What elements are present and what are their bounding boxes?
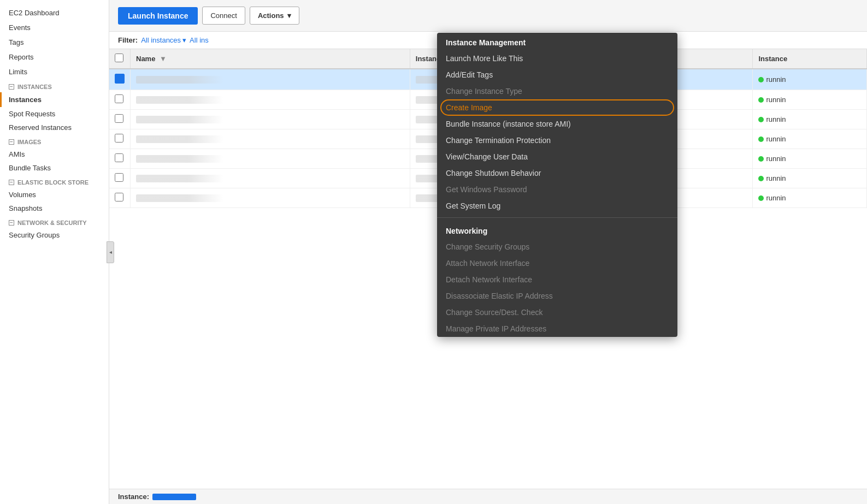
- instances-collapse-icon[interactable]: −: [9, 84, 14, 90]
- images-section-header: − IMAGES: [0, 134, 109, 147]
- sidebar: EC2 Dashboard Events Tags Reports Limits…: [0, 0, 109, 504]
- row-name-cell: [131, 149, 410, 169]
- dropdown-change-termination[interactable]: Change Termination Protection: [437, 132, 677, 149]
- main-content: Launch Instance Connect Actions ▾ Filter…: [109, 0, 867, 504]
- sidebar-item-reports[interactable]: Reports: [0, 50, 109, 64]
- status-indicator: [758, 97, 764, 103]
- status-indicator: [758, 156, 764, 162]
- row-status-cell: runnin: [753, 110, 867, 129]
- dropdown-change-shutdown[interactable]: Change Shutdown Behavior: [437, 165, 677, 181]
- row-select-checkbox[interactable]: [115, 153, 123, 162]
- row-select-checkbox[interactable]: [115, 193, 123, 201]
- dropdown-add-edit-tags[interactable]: Add/Edit Tags: [437, 67, 677, 83]
- filter1-chevron-icon: ▾: [182, 36, 186, 44]
- toolbar: Launch Instance Connect Actions ▾: [109, 0, 867, 32]
- connect-button[interactable]: Connect: [202, 7, 245, 25]
- filter-label: Filter:: [118, 36, 138, 44]
- row-select-checkbox[interactable]: [115, 134, 123, 143]
- row-name-cell: [131, 69, 410, 90]
- row-select-checkbox[interactable]: [115, 94, 123, 103]
- create-image-label: Create Image: [446, 103, 492, 112]
- dropdown-change-source-dest[interactable]: Change Source/Dest. Check: [437, 304, 677, 321]
- sidebar-item-tags[interactable]: Tags: [0, 35, 109, 50]
- sidebar-item-limits[interactable]: Limits: [0, 64, 109, 79]
- status-label: runnin: [766, 96, 786, 104]
- row-checkbox-cell[interactable]: [109, 90, 131, 110]
- row-name-cell: [131, 129, 410, 149]
- dropdown-launch-more[interactable]: Launch More Like This: [437, 50, 677, 67]
- sidebar-item-ec2-dashboard[interactable]: EC2 Dashboard: [0, 5, 109, 20]
- sidebar-item-reserved-instances[interactable]: Reserved Instances: [0, 121, 109, 134]
- dropdown-get-system-log[interactable]: Get System Log: [437, 198, 677, 214]
- images-collapse-icon[interactable]: −: [9, 139, 14, 145]
- row-name-cell: [131, 110, 410, 129]
- sidebar-item-security-groups[interactable]: Security Groups: [0, 228, 109, 242]
- row-select-checkbox[interactable]: [115, 114, 123, 123]
- sidebar-item-bundle-tasks[interactable]: Bundle Tasks: [0, 161, 109, 175]
- dropdown-bundle-instance[interactable]: Bundle Instance (instance store AMI): [437, 116, 677, 132]
- status-indicator: [758, 77, 764, 82]
- row-status-cell: runnin: [753, 149, 867, 169]
- row-checkbox-cell[interactable]: [109, 110, 131, 129]
- row-name-cell: [131, 169, 410, 188]
- status-indicator: [758, 176, 764, 181]
- status-label: runnin: [766, 115, 786, 123]
- filter2-label: All ins: [190, 36, 209, 44]
- row-status-cell: runnin: [753, 69, 867, 90]
- instance-detail-bar: Instance:: [109, 489, 867, 504]
- sidebar-collapse-handle[interactable]: ◂: [107, 241, 114, 263]
- ebs-collapse-icon[interactable]: −: [9, 180, 14, 185]
- dropdown-attach-network-interface[interactable]: Attach Network Interface: [437, 255, 677, 271]
- status-indicator: [758, 117, 764, 122]
- dropdown-view-user-data[interactable]: View/Change User Data: [437, 149, 677, 165]
- dropdown-change-instance-type[interactable]: Change Instance Type: [437, 83, 677, 99]
- sidebar-item-amis[interactable]: AMIs: [0, 147, 109, 161]
- status-label: runnin: [766, 194, 786, 202]
- row-select-checkbox[interactable]: [115, 173, 123, 182]
- dropdown-create-image[interactable]: Create Image: [437, 99, 677, 116]
- status-label: runnin: [766, 75, 786, 84]
- row-status-cell: runnin: [753, 169, 867, 188]
- dropdown-manage-private-ip[interactable]: Manage Private IP Addresses: [437, 321, 677, 337]
- dropdown-disassociate-elastic-ip[interactable]: Disassociate Elastic IP Address: [437, 288, 677, 304]
- select-all-header[interactable]: [109, 49, 131, 69]
- ebs-section-header: − ELASTIC BLOCK STORE: [0, 175, 109, 188]
- row-status-cell: runnin: [753, 188, 867, 208]
- filter-secondary[interactable]: All ins: [190, 36, 209, 44]
- checked-checkbox-icon[interactable]: [115, 74, 125, 84]
- dropdown-divider: [437, 217, 677, 218]
- instance-bar-value: [152, 494, 196, 500]
- status-indicator: [758, 137, 764, 142]
- sidebar-item-volumes[interactable]: Volumes: [0, 188, 109, 201]
- actions-label: Actions: [258, 11, 284, 20]
- row-checkbox-cell[interactable]: [109, 169, 131, 188]
- network-security-section-header: − NETWORK & SECURITY: [0, 215, 109, 228]
- row-checkbox-cell[interactable]: [109, 188, 131, 208]
- filter1-label: All instances: [141, 36, 181, 44]
- dropdown-detach-network-interface[interactable]: Detach Network Interface: [437, 271, 677, 288]
- launch-instance-button[interactable]: Launch Instance: [118, 7, 198, 25]
- dropdown-get-windows-password[interactable]: Get Windows Password: [437, 181, 677, 198]
- name-column-header: Name ▼: [131, 49, 410, 69]
- status-indicator: [758, 195, 764, 201]
- row-checkbox-cell[interactable]: [109, 129, 131, 149]
- instance-type-column-header: Instance: [753, 49, 867, 69]
- sidebar-item-instances[interactable]: Instances: [0, 92, 109, 107]
- row-name-cell: [131, 188, 410, 208]
- dropdown-change-security-groups[interactable]: Change Security Groups: [437, 239, 677, 255]
- select-all-checkbox[interactable]: [115, 54, 123, 62]
- sidebar-item-snapshots[interactable]: Snapshots: [0, 201, 109, 215]
- row-status-cell: runnin: [753, 129, 867, 149]
- actions-button[interactable]: Actions ▾: [250, 7, 299, 25]
- row-checkbox-cell[interactable]: [109, 149, 131, 169]
- row-status-cell: runnin: [753, 90, 867, 110]
- name-filter-icon[interactable]: ▼: [160, 55, 167, 63]
- chevron-left-icon: ◂: [109, 249, 112, 255]
- network-collapse-icon[interactable]: −: [9, 220, 14, 226]
- row-checkbox-cell[interactable]: [109, 69, 131, 90]
- row-name-cell: [131, 90, 410, 110]
- filter-all-instances[interactable]: All instances ▾: [141, 36, 186, 44]
- sidebar-item-spot-requests[interactable]: Spot Requests: [0, 107, 109, 121]
- instance-management-header: Instance Management: [437, 33, 677, 50]
- sidebar-item-events[interactable]: Events: [0, 20, 109, 35]
